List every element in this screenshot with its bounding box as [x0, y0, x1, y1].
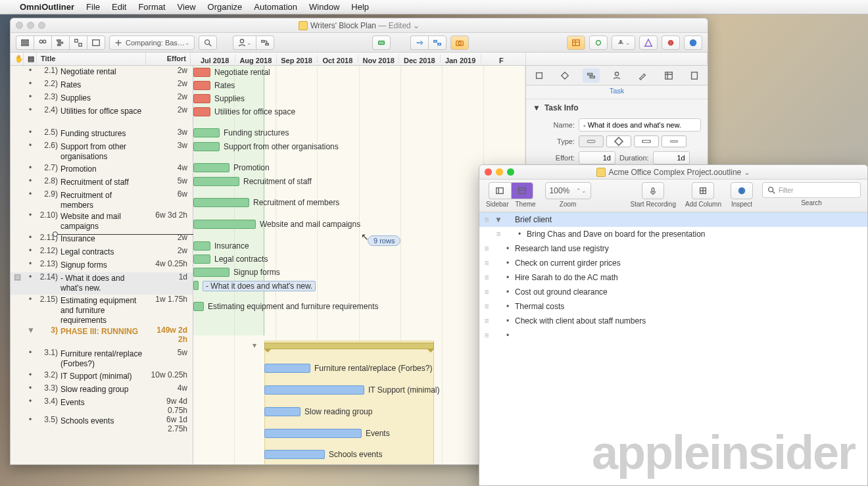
task-row[interactable]: •3.3)Slow reading group4w	[11, 383, 193, 397]
inspector-tab-resource[interactable]	[608, 68, 625, 83]
task-row[interactable]: •2.2)Rates2w	[11, 79, 193, 92]
task-row[interactable]: •3.1)Furniture rental/replace (Forbes?)5…	[11, 348, 193, 370]
row-effort[interactable]: 4w 0.25h	[148, 259, 193, 268]
task-row[interactable]: •2.8)Recruitment of staff5w	[11, 176, 193, 189]
gantt-bar[interactable]	[264, 407, 301, 416]
sidebar-theme-segmented[interactable]	[489, 182, 533, 199]
gantt-bar[interactable]	[193, 220, 256, 229]
gantt-bar[interactable]	[193, 177, 239, 186]
outline-row[interactable]: ≡•Thermal costs	[479, 299, 867, 314]
row-title[interactable]: Schools events	[60, 415, 148, 426]
close-button[interactable]	[485, 168, 492, 176]
gantt-bar[interactable]	[193, 94, 210, 103]
task-row[interactable]: •2.11)Insurance2w	[11, 233, 193, 246]
row-title[interactable]: Events	[60, 397, 148, 408]
change-tracking-button[interactable]	[639, 36, 658, 50]
menu-view[interactable]: View	[178, 2, 196, 12]
type-hammock-icon[interactable]	[634, 135, 659, 147]
type-milestone-icon[interactable]	[606, 135, 631, 147]
task-row[interactable]: •2.13)Signup forms4w 0.25h	[11, 259, 193, 272]
gantt-bar[interactable]	[193, 281, 199, 290]
outline-row[interactable]: ≡•Research land use registry	[479, 241, 867, 256]
task-row[interactable]: •2.12)Legal contracts2w	[11, 246, 193, 259]
task-row[interactable]: •2.3)Supplies2w	[11, 92, 193, 105]
catch-up-button[interactable]	[372, 36, 391, 50]
row-effort[interactable]: 6w 3d 2h	[148, 210, 193, 220]
row-title[interactable]: PHASE III: RUNNING	[60, 326, 148, 337]
row-title[interactable]: Supplies	[60, 92, 148, 103]
gantt-bar[interactable]	[193, 241, 210, 251]
menu-help[interactable]: Help	[351, 2, 369, 12]
sync-button[interactable]	[589, 36, 608, 50]
inspector-type-segmented[interactable]	[579, 135, 687, 147]
row-effort[interactable]: 149w 2d 2h	[148, 326, 193, 344]
view-resource-button[interactable]	[34, 36, 51, 50]
row-title[interactable]: - What it does and what's new.	[60, 272, 148, 293]
row-title[interactable]: Funding structures	[60, 128, 148, 139]
row-text[interactable]	[512, 333, 867, 337]
view-network-button[interactable]	[69, 36, 87, 50]
type-task-icon[interactable]	[579, 135, 604, 147]
row-title[interactable]: Recruitment of members	[60, 189, 148, 210]
task-row[interactable]: •3.4)Events9w 4d 0.75h	[11, 397, 193, 415]
assign-resource-button[interactable]: ⌄	[233, 36, 256, 50]
row-handle-icon[interactable]: ≡	[491, 230, 506, 239]
row-effort[interactable]: 5w	[148, 348, 193, 357]
outline-row[interactable]: ≡•	[479, 328, 867, 343]
row-effort[interactable]: 1w 1.75h	[148, 295, 193, 304]
gantt-bar[interactable]	[193, 268, 229, 277]
gantt-bar[interactable]	[264, 385, 364, 395]
close-button[interactable]	[16, 22, 23, 29]
row-title[interactable]: Negotiate rental	[60, 66, 148, 77]
zoom-button[interactable]	[507, 168, 514, 176]
reschedule-button[interactable]	[410, 36, 428, 50]
outline-row[interactable]: ≡•Bring Chas and Dave on board for the p…	[479, 227, 867, 241]
row-text[interactable]: Check on current girder prices	[512, 256, 867, 270]
task-row[interactable]: •2.10)Website and mail campaigns6w 3d 2h	[11, 210, 193, 233]
menu-automation[interactable]: Automation	[254, 2, 297, 12]
baseline-compare-dropdown[interactable]: Comparing: Bas…⌄	[109, 36, 195, 50]
inspector-tab-project[interactable]	[531, 68, 548, 83]
gantt-bar[interactable]	[264, 450, 325, 459]
effort-column-header[interactable]: Effort	[146, 53, 191, 65]
inspector-tab-custom[interactable]	[660, 68, 677, 83]
phase-3-summary-bar[interactable]	[264, 343, 434, 349]
gantt-bar[interactable]	[193, 302, 204, 311]
gantt-bar[interactable]	[193, 163, 229, 172]
gantt-bar[interactable]	[193, 198, 249, 207]
theme-button[interactable]	[511, 182, 533, 199]
inspector-duration-field[interactable]	[653, 151, 690, 164]
outline-row[interactable]: ≡•Check on current girder prices	[479, 256, 867, 270]
row-effort[interactable]: 10w 0.25h	[148, 370, 193, 379]
filter-button[interactable]	[199, 36, 217, 50]
level-button[interactable]	[428, 36, 446, 50]
inspector-name-field[interactable]	[579, 118, 701, 132]
inspector-effort-field[interactable]	[579, 151, 615, 164]
row-effort[interactable]: 2w	[148, 79, 193, 88]
titlebar[interactable]: Acme Office Complex Project.ooutline ⌄	[479, 165, 867, 180]
row-effort[interactable]: 5w	[148, 176, 193, 185]
assignment-cluster[interactable]: ⌄	[233, 36, 274, 50]
title-dropdown-icon[interactable]: ⌄	[741, 168, 750, 177]
sidebar-toggle-button[interactable]	[489, 182, 511, 199]
task-row[interactable]: •2.15)Estimating equipment and furniture…	[11, 295, 193, 326]
row-handle-icon[interactable]: ≡	[479, 244, 494, 253]
row-title[interactable]: Recruitment of staff	[60, 176, 148, 187]
view-outline-button[interactable]	[16, 36, 34, 50]
row-effort[interactable]: 4w	[148, 383, 193, 393]
task-row[interactable]: •2.5)Funding structures3w	[11, 128, 193, 141]
title-column-header[interactable]: Title	[37, 53, 146, 65]
note-indicator[interactable]: ▤	[11, 272, 24, 281]
gantt-bar[interactable]	[193, 142, 220, 151]
row-title[interactable]: Legal contracts	[60, 246, 148, 257]
task-row[interactable]: •3.5)Schools events6w 1d 2.75h	[11, 415, 193, 433]
publish-button[interactable]: ⌄	[612, 36, 635, 50]
task-row[interactable]: •2.9)Recruitment of members6w	[11, 189, 193, 210]
row-handle-icon[interactable]: ≡	[479, 273, 494, 282]
gantt-panel[interactable]: ▾ Negotiate rentalRatesSuppliesUtilities…	[193, 66, 526, 464]
row-text[interactable]: Bring Chas and Dave on board for the pre…	[524, 228, 867, 241]
outline-row[interactable]: ≡•Check with client about staff numbers	[479, 314, 867, 328]
row-effort[interactable]: 6w	[148, 189, 193, 199]
edited-indicator[interactable]: — Edited ⌄	[378, 21, 420, 30]
row-effort[interactable]: 2w	[148, 92, 193, 101]
